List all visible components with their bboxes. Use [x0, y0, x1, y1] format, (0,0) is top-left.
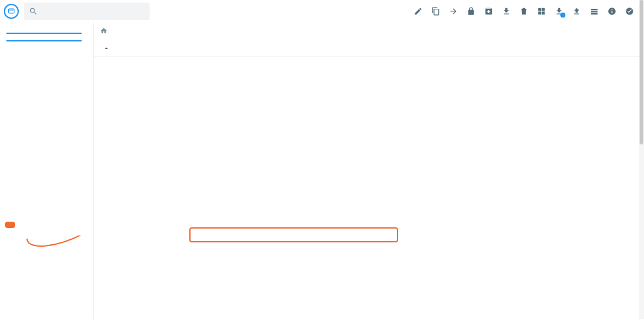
delete-button[interactable] — [519, 7, 528, 16]
topbar — [0, 0, 644, 23]
vertical-scrollbar[interactable] — [639, 0, 644, 319]
bulk-button[interactable] — [590, 7, 599, 16]
search-box[interactable] — [24, 3, 150, 20]
home-icon[interactable] — [100, 27, 108, 36]
space-bar — [6, 33, 82, 34]
select-all-button[interactable] — [625, 7, 634, 16]
sidebar — [0, 23, 93, 319]
grid-view-button[interactable] — [537, 7, 546, 16]
annotation-arrow-icon — [24, 235, 99, 261]
download-queue-button[interactable] — [555, 7, 564, 16]
info-button[interactable] — [608, 7, 616, 16]
move-button[interactable] — [449, 7, 458, 16]
edit-button[interactable] — [414, 7, 423, 16]
archive-button[interactable] — [484, 7, 493, 16]
annotation-text — [5, 222, 15, 228]
lock-button[interactable] — [467, 7, 475, 16]
inodes-bar — [6, 40, 82, 41]
sort-by-name[interactable] — [100, 45, 110, 52]
arrow-up-icon — [103, 45, 110, 52]
annotation-callout — [5, 222, 15, 228]
breadcrumb — [94, 23, 644, 40]
copy-button[interactable] — [431, 7, 440, 16]
column-headers — [94, 40, 644, 57]
upload-button[interactable] — [572, 7, 581, 16]
annotation-highlight — [189, 227, 398, 242]
toolbar — [414, 7, 640, 16]
logo-icon — [8, 8, 15, 15]
search-icon — [29, 7, 38, 16]
file-panel — [93, 23, 644, 319]
svg-rect-0 — [9, 9, 14, 13]
download-button[interactable] — [502, 7, 511, 16]
app-logo[interactable] — [4, 4, 19, 19]
